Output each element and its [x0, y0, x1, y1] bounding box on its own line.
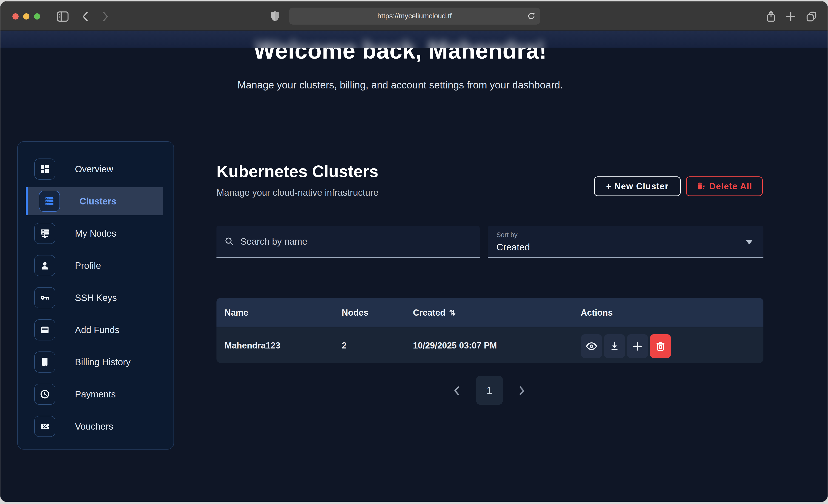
clusters-table: Name Nodes Created Actions Mahendra123 2… — [216, 298, 763, 363]
fullscreen-button[interactable] — [34, 13, 40, 19]
sidebar-item-label: SSH Keys — [75, 293, 117, 303]
forward-button[interactable] — [99, 10, 112, 23]
sidebar-item-label: Clusters — [80, 196, 116, 207]
sidebar-item-label: My Nodes — [75, 228, 116, 239]
tab-overview-icon[interactable] — [805, 10, 818, 23]
server-stack-icon — [39, 191, 60, 212]
sidebar-item-label: Profile — [75, 260, 101, 271]
reload-icon[interactable] — [526, 10, 537, 22]
download-kubeconfig-button[interactable] — [604, 334, 625, 358]
sort-label: Sort by — [496, 231, 763, 239]
chevron-down-icon — [745, 240, 753, 244]
sidebar-item-vouchers[interactable]: Vouchers — [18, 412, 163, 440]
sidebar-item-label: Billing History — [75, 357, 130, 367]
sidebar-item-label: Overview — [75, 164, 113, 174]
new-cluster-button[interactable]: + New Cluster — [594, 176, 681, 196]
column-header-actions: Actions — [581, 298, 613, 327]
person-icon — [34, 255, 55, 276]
pagination-next-button[interactable] — [515, 384, 529, 397]
sidebar-item-overview[interactable]: Overview — [18, 155, 163, 183]
sidebar-item-label: Vouchers — [75, 421, 113, 432]
main-content: Kubernetes Clusters Manage your cloud-na… — [216, 31, 763, 502]
ticket-percent-icon — [34, 416, 55, 437]
column-header-nodes: Nodes — [342, 298, 368, 327]
minimize-button[interactable] — [23, 13, 30, 19]
sidebar-item-clusters[interactable]: Clusters — [26, 187, 163, 215]
table-row: Mahendra123 2 10/29/2025 03:07 PM — [216, 328, 763, 363]
sidebar-nav: Overview Clusters My Nodes Profile — [17, 141, 174, 450]
page-title: Kubernetes Clusters — [216, 162, 378, 181]
trash-icon — [655, 340, 666, 352]
search-input[interactable] — [240, 237, 447, 247]
view-cluster-button[interactable] — [581, 334, 602, 358]
url-bar[interactable]: https://myceliumcloud.tf — [289, 8, 540, 25]
delete-all-button[interactable]: Delete All — [686, 176, 763, 196]
url-text: https://myceliumcloud.tf — [377, 12, 452, 20]
sidebar-item-ssh-keys[interactable]: SSH Keys — [18, 284, 163, 312]
sort-dropdown[interactable]: Sort by Created — [488, 226, 763, 258]
new-tab-icon[interactable] — [785, 10, 797, 23]
sidebar-item-my-nodes[interactable]: My Nodes — [18, 219, 163, 247]
browser-window: https://myceliumcloud.tf Welcome back, M… — [0, 1, 828, 502]
cell-cluster-name: Mahendra123 — [224, 328, 280, 363]
sidebar-item-add-funds[interactable]: Add Funds — [18, 316, 163, 344]
clock-icon — [34, 384, 55, 405]
new-cluster-label: + New Cluster — [606, 181, 669, 192]
dashboard-page: Welcome back, Mahendra! Welcome back, Ma… — [0, 31, 828, 502]
key-icon — [34, 287, 55, 308]
dashboard-icon — [34, 159, 55, 180]
pagination-page-number: 1 — [487, 384, 493, 396]
sort-selected-value: Created — [496, 242, 763, 253]
close-button[interactable] — [12, 13, 18, 19]
search-icon — [224, 237, 235, 247]
receipt-icon — [34, 351, 55, 373]
wallet-icon — [34, 319, 55, 340]
eye-icon — [586, 340, 597, 352]
privacy-shield-icon[interactable] — [269, 10, 281, 23]
sort-arrows-icon — [449, 308, 456, 317]
share-icon[interactable] — [765, 10, 777, 23]
plus-icon — [632, 340, 643, 352]
sidebar-item-billing-history[interactable]: Billing History — [18, 348, 163, 376]
pagination-page-button[interactable]: 1 — [476, 376, 503, 405]
delete-all-label: Delete All — [709, 181, 752, 192]
pagination-prev-button[interactable] — [450, 384, 464, 397]
column-header-created[interactable]: Created — [413, 298, 456, 327]
delete-cluster-button[interactable] — [650, 334, 671, 358]
search-field[interactable] — [216, 226, 480, 258]
column-header-name: Name — [224, 298, 248, 327]
nodes-icon — [34, 223, 55, 244]
cell-node-count: 2 — [342, 328, 346, 363]
add-node-button[interactable] — [627, 334, 648, 358]
browser-toolbar: https://myceliumcloud.tf — [0, 1, 828, 31]
download-icon — [609, 341, 620, 352]
table-header-row: Name Nodes Created Actions — [216, 298, 763, 327]
back-button[interactable] — [79, 10, 91, 23]
sidebar-item-label: Add Funds — [75, 325, 119, 335]
sidebar-item-profile[interactable]: Profile — [18, 252, 163, 280]
sidebar-item-label: Payments — [75, 389, 116, 400]
sidebar-item-payments[interactable]: Payments — [18, 380, 163, 408]
sidebar-toggle-icon[interactable] — [56, 10, 69, 23]
traffic-lights — [12, 13, 40, 19]
page-subtitle: Manage your cloud-native infrastructure — [216, 187, 378, 198]
trash-sweep-icon — [697, 182, 706, 191]
cell-created-date: 10/29/2025 03:07 PM — [413, 328, 497, 363]
